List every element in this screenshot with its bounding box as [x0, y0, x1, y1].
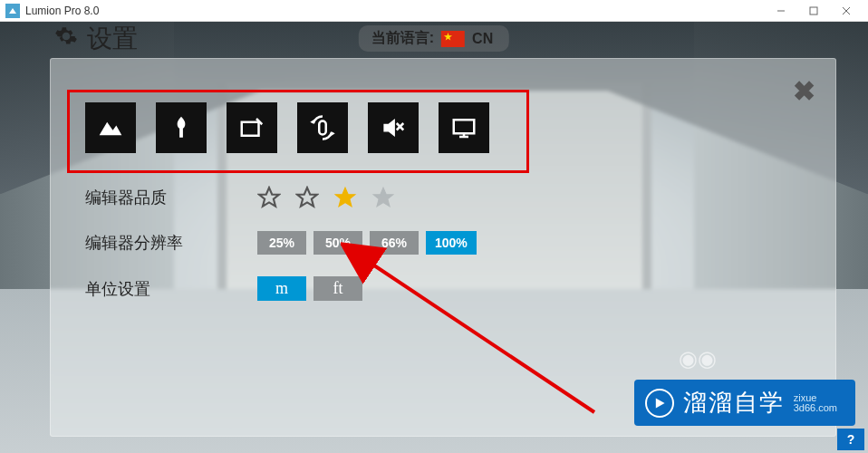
- help-button[interactable]: ?: [837, 429, 864, 450]
- star-2[interactable]: [295, 186, 319, 209]
- window-minimize-button[interactable]: [765, 0, 797, 22]
- play-circle-icon: [645, 389, 674, 418]
- language-selector[interactable]: 当前语言: CN: [359, 25, 509, 52]
- settings-heading: 设置: [54, 22, 138, 56]
- star-1[interactable]: [257, 186, 281, 209]
- category-tablet[interactable]: [227, 102, 277, 153]
- svg-rect-5: [319, 121, 326, 135]
- svg-rect-4: [242, 122, 259, 136]
- app-icon: [5, 4, 20, 18]
- unit-option-m[interactable]: m: [257, 276, 306, 301]
- star-3[interactable]: [333, 186, 357, 209]
- category-nature[interactable]: [156, 102, 207, 153]
- help-label: ?: [847, 432, 855, 447]
- svg-rect-8: [454, 120, 475, 133]
- watermark-brand: 溜溜自学: [683, 387, 785, 419]
- tablet-edit-icon: [238, 114, 265, 141]
- resolution-option-50[interactable]: 50%: [313, 231, 362, 255]
- label-editor-quality: 编辑器品质: [85, 187, 257, 208]
- mute-icon: [380, 114, 407, 141]
- row-units: 单位设置 m ft: [85, 276, 799, 301]
- resolution-option-25[interactable]: 25%: [257, 231, 306, 255]
- gear-icon: [54, 24, 78, 54]
- unit-option-ft[interactable]: ft: [313, 276, 362, 301]
- star-4[interactable]: [371, 186, 395, 209]
- window-close-button[interactable]: [830, 0, 863, 22]
- window-title: Lumion Pro 8.0: [25, 5, 99, 17]
- settings-category-strip: [85, 102, 489, 153]
- resolution-option-100[interactable]: 100%: [426, 231, 477, 255]
- mouse-rotate-icon: [309, 114, 336, 141]
- camera-indicator-icon: ◉◉: [679, 346, 717, 371]
- category-navigation[interactable]: [297, 102, 348, 153]
- category-terrain[interactable]: [85, 102, 136, 153]
- category-display[interactable]: [439, 102, 489, 153]
- row-editor-resolution: 编辑器分辨率 25% 50% 66% 100%: [85, 231, 799, 255]
- row-editor-quality: 编辑器品质: [85, 186, 799, 209]
- watermark-badge: 溜溜自学 zixue 3d66.com: [634, 380, 855, 426]
- monitor-icon: [450, 114, 477, 141]
- window-maximize-button[interactable]: [797, 0, 830, 22]
- label-units: 单位设置: [85, 278, 257, 300]
- window-titlebar: Lumion Pro 8.0: [0, 0, 868, 22]
- close-button[interactable]: ✖: [793, 75, 815, 107]
- tree-icon: [168, 114, 195, 141]
- resolution-options: 25% 50% 66% 100%: [257, 231, 477, 255]
- category-sound[interactable]: [368, 102, 419, 153]
- language-label: 当前语言:: [371, 29, 434, 48]
- settings-heading-text: 设置: [87, 22, 138, 56]
- terrain-icon: [97, 114, 124, 141]
- viewport-3d-scene: 设置 当前语言: CN ✖: [0, 22, 868, 453]
- resolution-option-66[interactable]: 66%: [370, 231, 419, 255]
- language-code: CN: [472, 31, 493, 47]
- svg-rect-1: [810, 7, 817, 14]
- quality-stars: [257, 186, 395, 209]
- label-editor-resolution: 编辑器分辨率: [85, 232, 257, 254]
- unit-options: m ft: [257, 276, 362, 301]
- watermark-sub2: 3d66.com: [794, 403, 837, 413]
- flag-cn-icon: [441, 31, 465, 47]
- watermark-sub1: zixue: [794, 393, 837, 403]
